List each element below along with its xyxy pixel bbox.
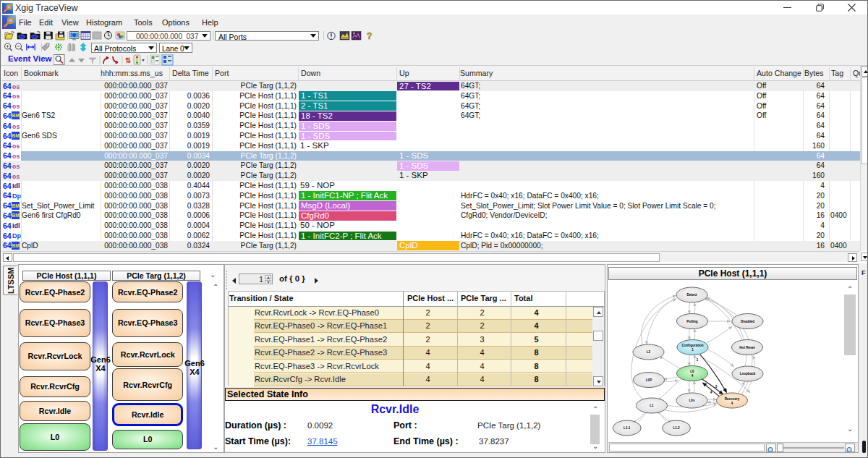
svg-text:L0P: L0P (646, 378, 652, 381)
svg-text:Polling: Polling (686, 319, 698, 323)
svg-text:3: 3 (715, 385, 718, 389)
svg-text:1: 1 (697, 357, 699, 361)
svg-text:L1.2: L1.2 (673, 426, 680, 430)
svg-text:1: 1 (692, 348, 694, 352)
svg-text:Recovery: Recovery (725, 396, 740, 400)
svg-text:Configuration: Configuration (681, 344, 703, 347)
svg-text:L0s: L0s (689, 399, 695, 402)
svg-text:Loopback: Loopback (740, 372, 756, 376)
svg-text:L2: L2 (647, 350, 651, 354)
svg-text:Hot Reset: Hot Reset (739, 345, 755, 349)
svg-text:Disabled: Disabled (741, 319, 754, 323)
svg-text:L1: L1 (650, 404, 654, 407)
svg-text:4: 4 (710, 391, 712, 394)
svg-text:?: ? (367, 31, 372, 41)
svg-text:L0: L0 (690, 370, 694, 373)
svg-text:L1.1: L1.1 (624, 426, 631, 430)
svg-text:⇅: ⇅ (125, 56, 131, 64)
svg-text:4: 4 (731, 401, 733, 404)
svg-text:Detect: Detect (686, 293, 697, 297)
svg-text:4: 4 (692, 374, 694, 378)
